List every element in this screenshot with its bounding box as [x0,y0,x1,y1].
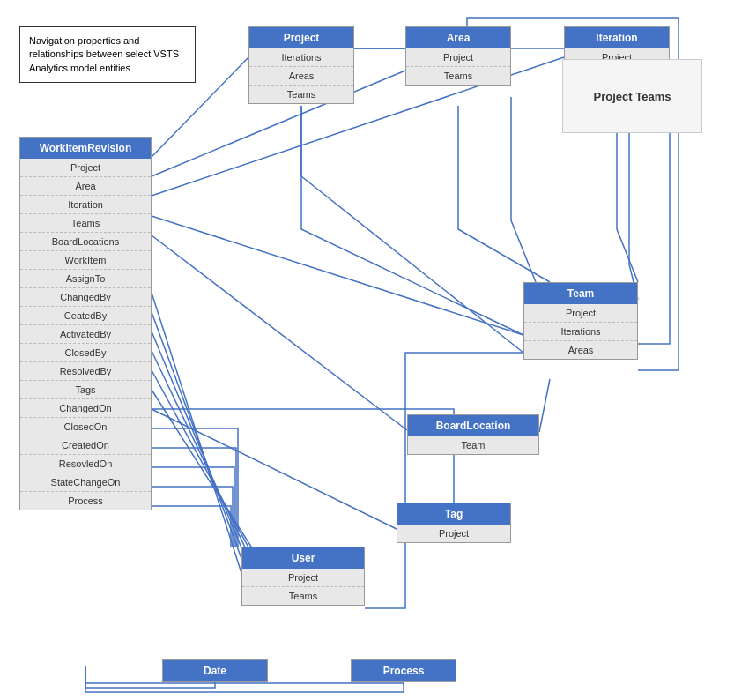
entity-tag: Tag Project [397,503,511,543]
entity-user-header: User [242,547,364,569]
field-team-areas: Areas [524,341,637,359]
entity-area-body: Project Teams [406,48,510,85]
entity-team-header: Team [524,283,637,304]
note-box: Navigation properties and relationships … [19,26,196,83]
field-wir-ceatedby: CeatedBy [20,307,151,325]
entity-process: Process [351,659,456,682]
entity-boardlocation-body: Team [408,436,538,454]
field-tag-project: Project [397,525,510,542]
field-boardlocation-team: Team [408,436,538,454]
entity-user: User Project Teams [241,547,365,606]
field-area-teams: Teams [406,67,510,85]
entity-iteration-header: Iteration [565,27,669,48]
field-project-teams: Teams [249,86,353,103]
field-wir-changedby: ChangedBy [20,288,151,307]
field-user-project: Project [242,569,364,587]
entity-tag-body: Project [397,525,510,542]
field-project-iterations: Iterations [249,48,353,67]
entity-date: Date [162,659,268,682]
field-wir-statechangeon: StateChangeOn [20,473,151,492]
field-wir-assignto: AssignTo [20,270,151,288]
entity-workitemrevision-body: Project Area Iteration Teams BoardLocati… [20,159,151,510]
project-teams-label: Project Teams [562,59,702,133]
field-wir-resolvedby: ResolvedBy [20,362,151,381]
field-wir-closedby: ClosedBy [20,344,151,362]
entity-user-body: Project Teams [242,569,364,605]
field-wir-process: Process [20,492,151,510]
entity-team-body: Project Iterations Areas [524,304,637,359]
field-wir-resovledon: ResovledOn [20,455,151,473]
diagram-container: Navigation properties and relationships … [0,0,749,700]
field-wir-closedon: ClosedOn [20,418,151,436]
entity-workitemrevision: WorkItemRevision Project Area Iteration … [19,137,152,510]
entity-area: Area Project Teams [405,26,511,86]
entity-boardlocation: BoardLocation Team [407,414,539,455]
entity-date-header: Date [163,660,267,681]
svg-line-5 [539,379,550,432]
field-project-areas: Areas [249,67,353,86]
entity-team: Team Project Iterations Areas [523,282,638,360]
field-wir-createdon: CreatedOn [20,436,151,455]
entity-process-header: Process [352,660,456,681]
field-team-iterations: Iterations [524,323,637,341]
entity-project: Project Iterations Areas Teams [248,26,354,104]
field-user-teams: Teams [242,587,364,605]
field-wir-tags: Tags [20,381,151,399]
entity-project-header: Project [249,27,353,48]
note-text: Navigation properties and relationships … [29,35,179,73]
field-wir-project: Project [20,159,151,177]
field-wir-workitem: WorkItem [20,251,151,270]
entity-project-body: Iterations Areas Teams [249,48,353,103]
field-wir-area: Area [20,177,151,196]
field-wir-activatedby: ActivatedBy [20,325,151,344]
field-area-project: Project [406,48,510,67]
field-wir-iteration: Iteration [20,196,151,214]
entity-boardlocation-header: BoardLocation [408,415,538,436]
entity-workitemrevision-header: WorkItemRevision [20,138,151,159]
field-wir-changedon: ChangedOn [20,399,151,418]
field-wir-boardlocations: BoardLocations [20,233,151,251]
field-wir-teams: Teams [20,214,151,233]
entity-tag-header: Tag [397,503,510,525]
entity-area-header: Area [406,27,510,48]
field-team-project: Project [524,304,637,323]
